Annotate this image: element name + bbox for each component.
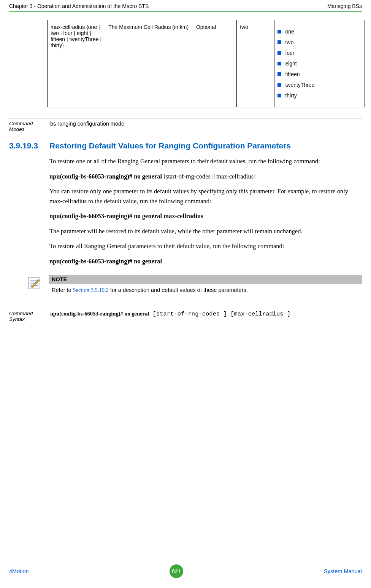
list-item: thirty xyxy=(277,92,361,99)
note-suffix: for a description and default values of … xyxy=(109,287,248,293)
range-value: fifteen xyxy=(285,71,300,77)
range-list: one two four eight fifteen twentyThree t… xyxy=(277,29,361,99)
command-modes-value: bs ranging configuration mode xyxy=(50,121,362,132)
command-args: [start-of-rng-codes] [max-cellradius] xyxy=(162,173,255,180)
list-item: four xyxy=(277,50,361,56)
param-name-cell: max-cellradius {one | two | four | eight… xyxy=(48,20,105,107)
bullet-icon xyxy=(277,30,281,33)
body-paragraph: To restore one or all of the Ranging Gen… xyxy=(49,156,362,166)
footer-center: 621 xyxy=(29,564,324,578)
note-body: Refer to Section 3.9.19.2 for a descript… xyxy=(49,284,362,296)
param-default-cell: two xyxy=(237,20,274,107)
header-separator xyxy=(9,11,362,12)
list-item: one xyxy=(277,29,361,35)
section-title: Restoring Default Values for Ranging Con… xyxy=(49,141,362,150)
note-content: NOTE Refer to Section 3.9.19.2 for a des… xyxy=(49,275,362,296)
bullet-icon xyxy=(277,40,281,44)
bullet-icon xyxy=(277,72,281,76)
list-item: two xyxy=(277,39,361,45)
command-line: npu(config-bs-66053-ranging)# no general… xyxy=(49,211,362,221)
header-left: Chapter 3 - Operation and Administration… xyxy=(9,3,149,9)
header-right: Managing BSs xyxy=(327,3,362,9)
range-value: twentyThree xyxy=(285,82,314,88)
param-range-cell: one two four eight fifteen twentyThree t… xyxy=(274,20,365,107)
body-paragraph: The parameter will be restored to its de… xyxy=(49,226,362,236)
section-link[interactable]: Section 3.9.19.2 xyxy=(73,287,109,293)
command-syntax-label: Command Syntax xyxy=(9,311,44,322)
section-number: 3.9.19.3 xyxy=(9,141,44,150)
body-paragraph: To restore all Ranging General parameter… xyxy=(49,241,362,251)
table-row: max-cellradius {one | two | four | eight… xyxy=(48,20,365,107)
page-number-badge: 621 xyxy=(170,564,183,578)
command-modes-block: Command Modes bs ranging configuration m… xyxy=(9,118,362,132)
command-syntax-mono: [start-of-rng-codes ] [max-cellradius ] xyxy=(149,311,290,317)
command-syntax-block: Command Syntax npu(config-bs-66053-rangi… xyxy=(9,308,362,322)
bullet-icon xyxy=(277,94,281,97)
bullet-icon xyxy=(277,83,281,87)
range-value: two xyxy=(285,39,293,45)
range-value: one xyxy=(285,29,294,35)
note-prefix: Refer to xyxy=(52,287,73,293)
body-paragraph: You can restore only one parameter to it… xyxy=(49,186,362,206)
range-value: eight xyxy=(285,61,296,67)
command-line: npu(config-bs-66053-ranging)# no general… xyxy=(49,172,362,182)
list-item: fifteen xyxy=(277,71,361,77)
running-footer: 4Motion 621 System Manual xyxy=(9,564,362,578)
range-value: four xyxy=(285,50,294,56)
list-item: eight xyxy=(277,61,361,67)
note-block: NOTE Refer to Section 3.9.19.2 for a des… xyxy=(27,275,362,296)
list-item: twentyThree xyxy=(277,82,361,88)
command-syntax-value: npu(config-bs-66053-ranging)# no general… xyxy=(50,311,362,322)
command-bold: npu(config-bs-66053-ranging)# no general xyxy=(49,173,162,180)
bullet-icon xyxy=(277,51,281,55)
bullet-icon xyxy=(277,62,281,65)
svg-rect-0 xyxy=(29,277,40,289)
section-heading: 3.9.19.3 Restoring Default Values for Ra… xyxy=(9,141,362,150)
param-description-cell: The Maximum Cell Radius (in km) xyxy=(105,20,193,107)
running-header: Chapter 3 - Operation and Administration… xyxy=(0,0,371,11)
footer-right[interactable]: System Manual xyxy=(324,568,362,574)
range-value: thirty xyxy=(285,92,296,99)
command-modes-label: Command Modes xyxy=(9,121,44,132)
param-presence-cell: Optional xyxy=(193,20,236,107)
command-syntax-bold: npu(config-bs-66053-ranging)# no general xyxy=(50,311,149,317)
parameter-table: max-cellradius {one | two | four | eight… xyxy=(47,20,365,107)
footer-left[interactable]: 4Motion xyxy=(9,568,29,574)
pencil-note-icon xyxy=(27,275,42,296)
command-line: npu(config-bs-66053-ranging)# no general xyxy=(49,257,362,266)
note-heading: NOTE xyxy=(49,275,362,284)
